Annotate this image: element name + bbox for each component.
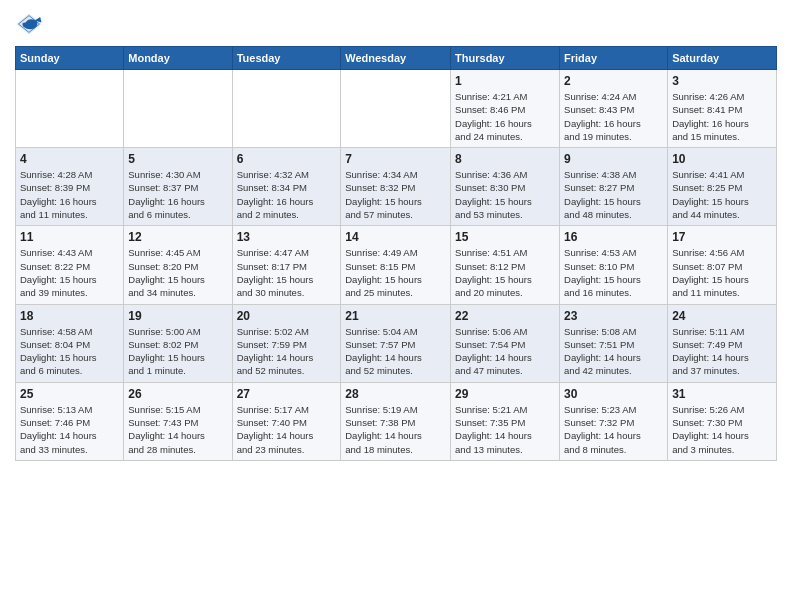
day-number: 8 [455,152,555,166]
day-info: Sunrise: 5:17 AM Sunset: 7:40 PM Dayligh… [237,403,337,456]
calendar-cell: 7Sunrise: 4:34 AM Sunset: 8:32 PM Daylig… [341,148,451,226]
header [15,10,777,38]
day-info: Sunrise: 4:45 AM Sunset: 8:20 PM Dayligh… [128,246,227,299]
calendar-cell: 4Sunrise: 4:28 AM Sunset: 8:39 PM Daylig… [16,148,124,226]
calendar-cell: 14Sunrise: 4:49 AM Sunset: 8:15 PM Dayli… [341,226,451,304]
day-info: Sunrise: 5:23 AM Sunset: 7:32 PM Dayligh… [564,403,663,456]
calendar-cell: 30Sunrise: 5:23 AM Sunset: 7:32 PM Dayli… [560,382,668,460]
calendar-cell: 5Sunrise: 4:30 AM Sunset: 8:37 PM Daylig… [124,148,232,226]
calendar-week-1: 1Sunrise: 4:21 AM Sunset: 8:46 PM Daylig… [16,70,777,148]
day-number: 26 [128,387,227,401]
col-header-tuesday: Tuesday [232,47,341,70]
calendar-cell: 1Sunrise: 4:21 AM Sunset: 8:46 PM Daylig… [451,70,560,148]
day-number: 5 [128,152,227,166]
calendar-cell [341,70,451,148]
calendar-cell: 19Sunrise: 5:00 AM Sunset: 8:02 PM Dayli… [124,304,232,382]
day-number: 17 [672,230,772,244]
calendar-cell [232,70,341,148]
day-number: 29 [455,387,555,401]
day-number: 11 [20,230,119,244]
day-info: Sunrise: 4:24 AM Sunset: 8:43 PM Dayligh… [564,90,663,143]
calendar-week-4: 18Sunrise: 4:58 AM Sunset: 8:04 PM Dayli… [16,304,777,382]
day-number: 9 [564,152,663,166]
day-number: 10 [672,152,772,166]
day-info: Sunrise: 4:53 AM Sunset: 8:10 PM Dayligh… [564,246,663,299]
day-info: Sunrise: 5:08 AM Sunset: 7:51 PM Dayligh… [564,325,663,378]
day-info: Sunrise: 4:28 AM Sunset: 8:39 PM Dayligh… [20,168,119,221]
day-info: Sunrise: 4:47 AM Sunset: 8:17 PM Dayligh… [237,246,337,299]
day-info: Sunrise: 5:26 AM Sunset: 7:30 PM Dayligh… [672,403,772,456]
day-info: Sunrise: 5:21 AM Sunset: 7:35 PM Dayligh… [455,403,555,456]
day-number: 3 [672,74,772,88]
day-number: 12 [128,230,227,244]
day-number: 20 [237,309,337,323]
day-info: Sunrise: 4:49 AM Sunset: 8:15 PM Dayligh… [345,246,446,299]
day-info: Sunrise: 5:13 AM Sunset: 7:46 PM Dayligh… [20,403,119,456]
calendar-cell [16,70,124,148]
calendar-cell: 11Sunrise: 4:43 AM Sunset: 8:22 PM Dayli… [16,226,124,304]
col-header-sunday: Sunday [16,47,124,70]
day-number: 16 [564,230,663,244]
day-info: Sunrise: 4:32 AM Sunset: 8:34 PM Dayligh… [237,168,337,221]
col-header-saturday: Saturday [668,47,777,70]
day-info: Sunrise: 4:56 AM Sunset: 8:07 PM Dayligh… [672,246,772,299]
day-info: Sunrise: 4:51 AM Sunset: 8:12 PM Dayligh… [455,246,555,299]
calendar-cell: 29Sunrise: 5:21 AM Sunset: 7:35 PM Dayli… [451,382,560,460]
day-info: Sunrise: 5:00 AM Sunset: 8:02 PM Dayligh… [128,325,227,378]
day-number: 2 [564,74,663,88]
calendar-cell [124,70,232,148]
logo-icon [15,10,43,38]
day-info: Sunrise: 4:26 AM Sunset: 8:41 PM Dayligh… [672,90,772,143]
calendar-cell: 27Sunrise: 5:17 AM Sunset: 7:40 PM Dayli… [232,382,341,460]
day-number: 21 [345,309,446,323]
day-number: 4 [20,152,119,166]
day-number: 14 [345,230,446,244]
day-info: Sunrise: 5:19 AM Sunset: 7:38 PM Dayligh… [345,403,446,456]
calendar-cell: 2Sunrise: 4:24 AM Sunset: 8:43 PM Daylig… [560,70,668,148]
calendar-cell: 6Sunrise: 4:32 AM Sunset: 8:34 PM Daylig… [232,148,341,226]
day-info: Sunrise: 4:43 AM Sunset: 8:22 PM Dayligh… [20,246,119,299]
day-number: 23 [564,309,663,323]
day-info: Sunrise: 4:41 AM Sunset: 8:25 PM Dayligh… [672,168,772,221]
page-container: SundayMondayTuesdayWednesdayThursdayFrid… [0,0,792,471]
day-info: Sunrise: 4:58 AM Sunset: 8:04 PM Dayligh… [20,325,119,378]
day-info: Sunrise: 5:11 AM Sunset: 7:49 PM Dayligh… [672,325,772,378]
calendar-week-3: 11Sunrise: 4:43 AM Sunset: 8:22 PM Dayli… [16,226,777,304]
day-info: Sunrise: 5:06 AM Sunset: 7:54 PM Dayligh… [455,325,555,378]
calendar-cell: 20Sunrise: 5:02 AM Sunset: 7:59 PM Dayli… [232,304,341,382]
calendar-week-2: 4Sunrise: 4:28 AM Sunset: 8:39 PM Daylig… [16,148,777,226]
day-info: Sunrise: 4:38 AM Sunset: 8:27 PM Dayligh… [564,168,663,221]
calendar-cell: 15Sunrise: 4:51 AM Sunset: 8:12 PM Dayli… [451,226,560,304]
day-number: 6 [237,152,337,166]
calendar-cell: 13Sunrise: 4:47 AM Sunset: 8:17 PM Dayli… [232,226,341,304]
day-info: Sunrise: 5:04 AM Sunset: 7:57 PM Dayligh… [345,325,446,378]
calendar-cell: 26Sunrise: 5:15 AM Sunset: 7:43 PM Dayli… [124,382,232,460]
calendar-week-5: 25Sunrise: 5:13 AM Sunset: 7:46 PM Dayli… [16,382,777,460]
col-header-friday: Friday [560,47,668,70]
calendar-cell: 16Sunrise: 4:53 AM Sunset: 8:10 PM Dayli… [560,226,668,304]
day-info: Sunrise: 4:36 AM Sunset: 8:30 PM Dayligh… [455,168,555,221]
day-number: 22 [455,309,555,323]
calendar-cell: 22Sunrise: 5:06 AM Sunset: 7:54 PM Dayli… [451,304,560,382]
col-header-monday: Monday [124,47,232,70]
day-number: 24 [672,309,772,323]
calendar-cell: 25Sunrise: 5:13 AM Sunset: 7:46 PM Dayli… [16,382,124,460]
col-header-wednesday: Wednesday [341,47,451,70]
calendar-cell: 8Sunrise: 4:36 AM Sunset: 8:30 PM Daylig… [451,148,560,226]
day-number: 18 [20,309,119,323]
day-info: Sunrise: 4:30 AM Sunset: 8:37 PM Dayligh… [128,168,227,221]
day-number: 27 [237,387,337,401]
calendar-cell: 18Sunrise: 4:58 AM Sunset: 8:04 PM Dayli… [16,304,124,382]
col-header-thursday: Thursday [451,47,560,70]
calendar-cell: 28Sunrise: 5:19 AM Sunset: 7:38 PM Dayli… [341,382,451,460]
day-number: 19 [128,309,227,323]
calendar-cell: 24Sunrise: 5:11 AM Sunset: 7:49 PM Dayli… [668,304,777,382]
calendar-table: SundayMondayTuesdayWednesdayThursdayFrid… [15,46,777,461]
calendar-cell: 17Sunrise: 4:56 AM Sunset: 8:07 PM Dayli… [668,226,777,304]
calendar-cell: 10Sunrise: 4:41 AM Sunset: 8:25 PM Dayli… [668,148,777,226]
day-info: Sunrise: 4:21 AM Sunset: 8:46 PM Dayligh… [455,90,555,143]
calendar-header-row: SundayMondayTuesdayWednesdayThursdayFrid… [16,47,777,70]
day-info: Sunrise: 5:02 AM Sunset: 7:59 PM Dayligh… [237,325,337,378]
day-number: 28 [345,387,446,401]
calendar-cell: 12Sunrise: 4:45 AM Sunset: 8:20 PM Dayli… [124,226,232,304]
